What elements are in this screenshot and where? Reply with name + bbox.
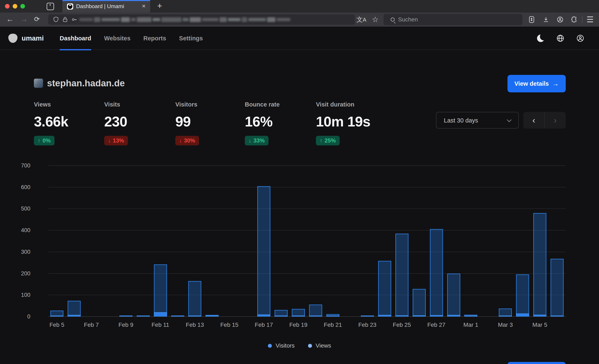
nav-item-websites[interactable]: Websites	[104, 27, 130, 50]
date-range-select[interactable]: Last 30 days	[436, 112, 519, 129]
bar-group-feb-24[interactable]	[376, 166, 393, 317]
bar-group-feb-13[interactable]	[186, 166, 204, 317]
browser-tab-active[interactable]: Dashboard | Umami ×	[62, 0, 150, 12]
visitors-bar	[137, 316, 150, 317]
legend-item-views[interactable]: Views	[308, 342, 331, 349]
bar-group-feb-14[interactable]	[203, 166, 221, 317]
bar-group-mar-6[interactable]	[548, 166, 566, 317]
bar-group-feb-17[interactable]	[255, 166, 273, 317]
y-axis-label: 0	[18, 313, 30, 320]
shield-icon[interactable]	[53, 17, 59, 23]
account-icon[interactable]	[556, 12, 564, 27]
next-period-button[interactable]: ›	[545, 112, 566, 129]
bar-group-feb-6[interactable]	[66, 166, 83, 317]
window-zoom-button[interactable]	[20, 4, 25, 9]
metric-label: Visitors	[175, 101, 199, 108]
bookmark-star-icon[interactable]: ☆	[372, 12, 379, 27]
bar-group-mar-5[interactable]	[531, 166, 548, 317]
back-icon[interactable]: ←	[6, 12, 14, 27]
nav-item-dashboard[interactable]: Dashboard	[60, 27, 91, 50]
translate-icon[interactable]: 文A	[356, 12, 366, 27]
search-bar[interactable]: Suchen	[384, 14, 522, 25]
arrow-down-icon: ↓	[248, 137, 251, 144]
x-axis-label: Feb 5	[50, 321, 64, 328]
bar-group-mar-4[interactable]	[514, 166, 531, 317]
arrow-down-icon: ↓	[179, 137, 182, 144]
tab-overview-icon[interactable]	[47, 3, 54, 10]
visitors-bar	[326, 316, 339, 317]
view-details-label: View details	[514, 80, 549, 87]
bar-group-feb-22[interactable]	[342, 166, 359, 317]
bar-group-mar-2[interactable]	[479, 166, 497, 317]
bar-group-feb-10[interactable]	[135, 166, 152, 317]
theme-toggle-button[interactable]	[537, 35, 545, 42]
new-tab-button[interactable]: +	[154, 0, 165, 12]
x-axis-label: Feb 21	[324, 321, 342, 328]
key-icon[interactable]	[71, 17, 77, 23]
bar-group-feb-12[interactable]	[169, 166, 186, 317]
bar-group-feb-9[interactable]	[117, 166, 135, 317]
password-manager-icon[interactable]	[528, 12, 535, 27]
metric-label: Views	[34, 101, 68, 108]
bar-group-feb-20[interactable]	[307, 166, 324, 317]
url-bar[interactable]	[48, 14, 355, 25]
bar-group-feb-5[interactable]	[48, 166, 66, 317]
visitors-bar	[395, 315, 408, 317]
website-favicon	[34, 79, 43, 88]
second-view-details-button[interactable]: View details →	[508, 362, 566, 364]
window-minimize-button[interactable]	[13, 4, 17, 9]
metric-change-badge: ↓13%	[104, 136, 128, 145]
bar-group-feb-16[interactable]	[238, 166, 255, 317]
bar-group-mar-3[interactable]	[497, 166, 514, 317]
prev-period-button[interactable]: ‹	[523, 112, 545, 129]
visitors-bar	[171, 316, 184, 317]
legend-item-visitors[interactable]: Visitors	[268, 342, 294, 349]
bar-group-feb-26[interactable]	[411, 166, 428, 317]
view-details-button[interactable]: View details →	[508, 75, 566, 92]
menu-icon[interactable]: ☰	[587, 12, 594, 27]
nav-item-settings[interactable]: Settings	[179, 27, 203, 50]
y-axis-label: 400	[18, 227, 30, 234]
forward-icon[interactable]: →	[20, 12, 28, 27]
date-pager: ‹ ›	[523, 112, 566, 129]
nav-item-reports[interactable]: Reports	[143, 27, 166, 50]
lock-icon[interactable]	[62, 17, 68, 23]
tab-close-icon[interactable]: ×	[142, 0, 146, 12]
search-placeholder: Suchen	[398, 16, 418, 23]
bar-group-feb-8[interactable]	[100, 166, 117, 317]
bar-group-feb-7[interactable]	[83, 166, 100, 317]
language-button[interactable]	[556, 34, 564, 43]
bar-group-feb-15[interactable]	[221, 166, 238, 317]
metric-change-value: 30%	[184, 137, 195, 144]
website-title[interactable]: stephan.hadan.de	[47, 75, 125, 92]
metric-views: Views3.66k↑0%	[34, 101, 68, 145]
profile-button[interactable]	[576, 34, 584, 43]
metric-label: Bounce rate	[245, 101, 280, 108]
second-website-title[interactable]: techstack.hadan.it	[47, 362, 127, 364]
bar-group-feb-23[interactable]	[359, 166, 376, 317]
downloads-icon[interactable]	[542, 12, 549, 27]
metric-change-badge: ↓30%	[175, 136, 199, 145]
visitors-bar	[413, 315, 426, 317]
bar-group-mar-1[interactable]	[462, 166, 480, 317]
chart-legend: VisitorsViews	[33, 342, 566, 349]
x-axis-label: Mar 3	[498, 321, 513, 328]
bar-group-feb-11[interactable]	[152, 166, 169, 317]
bar-group-feb-28[interactable]	[445, 166, 462, 317]
visitors-bar	[447, 315, 460, 317]
window-close-button[interactable]	[5, 4, 9, 9]
visitors-bar	[378, 315, 391, 317]
bar-group-feb-27[interactable]	[428, 166, 445, 317]
extensions-icon[interactable]	[571, 12, 578, 27]
metric-value: 99	[175, 113, 199, 130]
bar-group-feb-19[interactable]	[290, 166, 307, 317]
bar-group-feb-25[interactable]	[393, 166, 411, 317]
reload-icon[interactable]: ⟳	[34, 12, 40, 27]
arrow-up-icon: ↑	[320, 137, 323, 144]
views-bar	[395, 234, 408, 317]
bar-group-feb-18[interactable]	[273, 166, 290, 317]
x-axis-label: Feb 27	[427, 321, 445, 328]
brand[interactable]: umami	[8, 27, 44, 50]
visitors-bar	[274, 316, 288, 317]
bar-group-feb-21[interactable]	[324, 166, 342, 317]
